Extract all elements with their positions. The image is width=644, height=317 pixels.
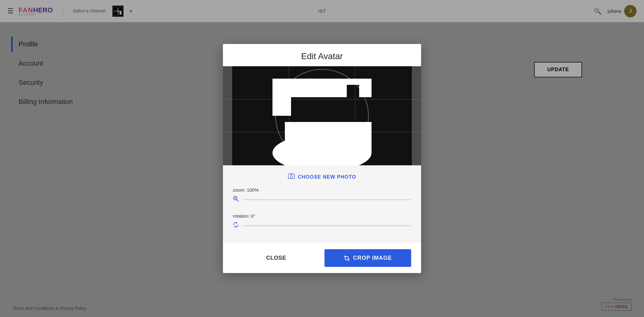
- svg-rect-30: [346, 259, 350, 260]
- zoom-icon: [233, 196, 239, 203]
- close-button[interactable]: CLOSE: [233, 249, 320, 267]
- edit-avatar-modal: Edit Avatar: [223, 44, 421, 273]
- svg-point-20: [290, 175, 293, 178]
- crop-image-button[interactable]: CROP IMAGE: [324, 249, 411, 267]
- svg-rect-18: [412, 66, 421, 165]
- rotation-control-section: rotation: 0°: [223, 211, 421, 237]
- svg-rect-17: [223, 66, 232, 165]
- rotation-icon: [233, 222, 239, 229]
- modal-footer: CLOSE CROP IMAGE: [223, 243, 421, 273]
- svg-line-22: [237, 200, 239, 202]
- rotation-slider[interactable]: [243, 225, 411, 226]
- zoom-control-section: zoom: 100%: [223, 185, 421, 211]
- svg-rect-11: [347, 85, 359, 110]
- crop-image-canvas: [223, 66, 421, 165]
- svg-rect-27: [345, 255, 346, 260]
- modal-overlay[interactable]: Edit Avatar: [0, 0, 644, 317]
- crop-area[interactable]: [223, 66, 421, 165]
- crop-icon: [344, 255, 350, 261]
- modal-body: CHOOSE NEW PHOTO zoom: 100%: [223, 66, 421, 243]
- zoom-slider[interactable]: [243, 199, 411, 200]
- rotation-control-row: [233, 222, 411, 229]
- choose-photo-icon: [288, 173, 295, 181]
- choose-photo-text: CHOOSE NEW PHOTO: [298, 174, 356, 180]
- choose-new-photo-button[interactable]: CHOOSE NEW PHOTO: [223, 165, 421, 185]
- zoom-control-row: [233, 196, 411, 203]
- modal-title: Edit Avatar: [233, 51, 411, 61]
- zoom-label: zoom: 100%: [233, 187, 411, 193]
- svg-rect-10: [291, 97, 347, 122]
- modal-header: Edit Avatar: [223, 44, 421, 66]
- svg-rect-29: [348, 257, 349, 261]
- svg-rect-28: [344, 256, 348, 257]
- rotation-label: rotation: 0°: [233, 213, 411, 219]
